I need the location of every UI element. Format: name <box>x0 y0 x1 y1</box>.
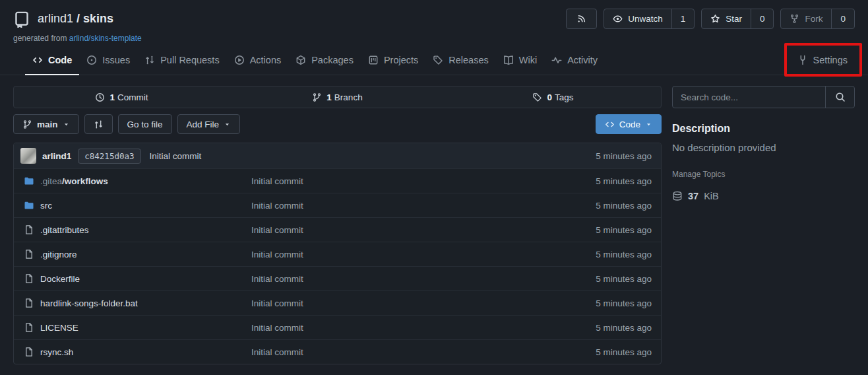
tags-label: Tags <box>555 92 574 102</box>
repo-owner-link[interactable]: arlind1 <box>38 12 73 26</box>
file-icon <box>24 298 34 308</box>
tab-issues[interactable]: Issues <box>79 50 137 75</box>
commits-stat[interactable]: 1 Commit <box>14 86 230 108</box>
repo-icon <box>13 11 30 28</box>
tab-packages-label: Packages <box>311 55 354 65</box>
repo-header: arlind1 / skins Unwatch 1 Star 0 <box>0 0 868 29</box>
tab-packages[interactable]: Packages <box>288 50 361 75</box>
table-row[interactable]: Dockerfile Initial commit 5 minutes ago <box>14 266 661 290</box>
unwatch-button[interactable]: Unwatch <box>604 9 671 28</box>
commit-message-link[interactable]: Initial commit <box>150 151 202 161</box>
fork-count[interactable]: 0 <box>831 9 854 28</box>
star-button-group: Star 0 <box>701 9 774 29</box>
tab-projects[interactable]: Projects <box>361 50 425 75</box>
file-commit-message[interactable]: Initial commit <box>251 298 596 308</box>
tab-code[interactable]: Code <box>25 50 79 75</box>
star-label: Star <box>726 14 742 24</box>
manage-topics-link[interactable]: Manage Topics <box>672 170 726 179</box>
code-download-label: Code <box>619 119 640 129</box>
latest-commit-row: arlind1 c84215d0a3 Initial commit 5 minu… <box>14 143 661 168</box>
file-name-link[interactable]: Dockerfile <box>40 274 80 284</box>
rss-button[interactable] <box>567 9 596 28</box>
tab-pull-requests[interactable]: Pull Requests <box>137 50 226 75</box>
tag-icon <box>433 55 443 65</box>
file-commit-time: 5 minutes ago <box>596 298 654 308</box>
actions-icon <box>234 55 245 65</box>
file-name-link[interactable]: .gitea/workflows <box>40 176 108 186</box>
file-commit-message[interactable]: Initial commit <box>251 176 596 186</box>
watch-count[interactable]: 1 <box>671 9 695 28</box>
compare-button[interactable] <box>84 114 113 134</box>
goto-file-label: Go to file <box>127 119 163 129</box>
generated-from-line: generated from arlind/skins-template <box>0 29 868 43</box>
branches-stat[interactable]: 1 Branch <box>230 86 445 108</box>
file-commit-time: 5 minutes ago <box>596 323 654 333</box>
file-commit-message[interactable]: Initial commit <box>251 250 596 259</box>
branches-label: Branch <box>334 92 363 102</box>
tab-wiki[interactable]: Wiki <box>496 50 544 75</box>
table-row[interactable]: .gitattributes Initial commit 5 minutes … <box>14 217 661 242</box>
folder-icon <box>24 200 34 211</box>
tools-icon <box>797 55 808 65</box>
repo-stats-bar: 1 Commit 1 Branch 0 Tags <box>13 86 662 108</box>
table-row[interactable]: LICENSE Initial commit 5 minutes ago <box>14 315 661 339</box>
file-name-link[interactable]: .gitattributes <box>40 225 89 235</box>
table-row[interactable]: hardlink-songs-folder.bat Initial commit… <box>14 290 661 315</box>
tags-stat[interactable]: 0 Tags <box>445 86 661 108</box>
file-name-link[interactable]: rsync.sh <box>40 347 73 357</box>
search-submit-button[interactable] <box>825 86 854 108</box>
tab-releases[interactable]: Releases <box>425 50 495 75</box>
chevron-down-icon <box>63 121 70 128</box>
unwatch-label: Unwatch <box>628 14 663 24</box>
tab-activity[interactable]: Activity <box>544 50 605 75</box>
tab-actions-label: Actions <box>250 55 282 65</box>
tab-settings[interactable]: Settings <box>790 50 855 75</box>
content-area: 1 Commit 1 Branch 0 Tags main <box>0 75 868 364</box>
repo-name-link[interactable]: skins <box>83 12 113 26</box>
search-input[interactable] <box>673 86 825 108</box>
branch-icon <box>22 119 32 129</box>
branches-count: 1 <box>326 92 332 102</box>
table-row[interactable]: .gitignore Initial commit 5 minutes ago <box>14 242 661 266</box>
commit-author[interactable]: arlind1 <box>42 151 71 161</box>
fork-button[interactable]: Fork <box>781 9 831 28</box>
tab-settings-label: Settings <box>813 55 848 65</box>
star-count[interactable]: 0 <box>751 9 774 28</box>
repo-size: 37 KiB <box>672 191 855 201</box>
file-icon <box>24 249 34 259</box>
repo-tab-bar: Code Issues Pull Requests Actions Packag… <box>0 50 868 75</box>
file-commit-message[interactable]: Initial commit <box>251 347 596 357</box>
table-row[interactable]: .gitea/workflows Initial commit 5 minute… <box>14 168 661 193</box>
file-commit-message[interactable]: Initial commit <box>251 323 596 333</box>
tab-releases-label: Releases <box>449 55 488 65</box>
goto-file-button[interactable]: Go to file <box>118 114 172 134</box>
branch-selector-button[interactable]: main <box>13 114 79 134</box>
repo-sidebar: Description No description provided Mana… <box>672 86 855 364</box>
add-file-button[interactable]: Add File <box>177 114 241 134</box>
file-icon <box>24 347 34 357</box>
file-name-link[interactable]: LICENSE <box>40 323 78 333</box>
rss-button-group <box>566 9 597 29</box>
code-download-button[interactable]: Code <box>596 114 662 134</box>
star-button[interactable]: Star <box>702 9 751 28</box>
tab-activity-label: Activity <box>567 55 598 65</box>
tab-pull-requests-label: Pull Requests <box>160 55 219 65</box>
add-file-label: Add File <box>187 119 220 129</box>
file-icon <box>24 322 34 333</box>
avatar[interactable] <box>20 148 36 164</box>
file-name: /workflows <box>62 176 108 186</box>
commit-sha-chip[interactable]: c84215d0a3 <box>78 149 140 164</box>
file-name-link[interactable]: src <box>40 201 52 211</box>
tab-actions[interactable]: Actions <box>227 50 289 75</box>
projects-icon <box>368 55 379 65</box>
star-icon <box>710 14 720 24</box>
file-commit-message[interactable]: Initial commit <box>251 274 596 284</box>
file-name-link[interactable]: .gitignore <box>40 250 77 259</box>
template-repo-link[interactable]: arlind/skins-template <box>69 34 142 43</box>
file-commit-message[interactable]: Initial commit <box>251 201 596 211</box>
table-row[interactable]: rsync.sh Initial commit 5 minutes ago <box>14 339 661 364</box>
file-name-link[interactable]: hardlink-songs-folder.bat <box>40 298 138 308</box>
table-row[interactable]: src Initial commit 5 minutes ago <box>14 193 661 217</box>
repo-size-value: 37 <box>688 191 698 201</box>
file-commit-message[interactable]: Initial commit <box>251 225 596 235</box>
